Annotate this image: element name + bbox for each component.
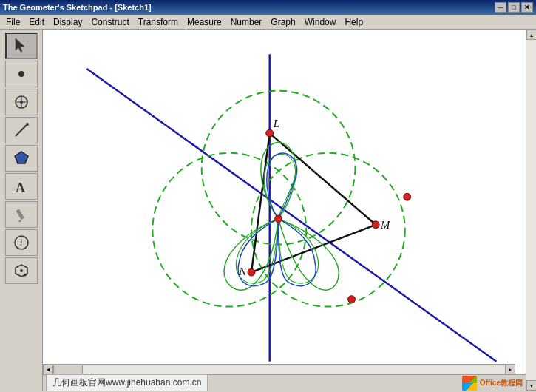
svg-point-29 (348, 296, 356, 303)
hscroll-thumb[interactable] (53, 365, 83, 374)
point-icon (13, 65, 30, 83)
menu-item-display[interactable]: Display (49, 16, 86, 29)
svg-marker-9 (15, 152, 28, 163)
point-tool[interactable] (5, 61, 38, 87)
menu-item-measure[interactable]: Measure (183, 16, 226, 29)
marker-icon (13, 206, 30, 223)
select-tool[interactable] (5, 33, 38, 59)
toolbar: A i ▸ (0, 30, 43, 391)
canvas-area[interactable]: L M N ◂ ▸ 几何画板官网www.jihehuaban.com.cn Of… (43, 30, 526, 391)
close-button[interactable]: ✕ (521, 2, 533, 13)
menubar: FileEditDisplayConstructTransformMeasure… (0, 15, 536, 30)
vertical-scrollbar[interactable]: ▴ ▾ (526, 30, 536, 391)
titlebar: The Geometer's Sketchpad - [Sketch1] ─ □… (0, 0, 536, 15)
office-site-label: Office教程网 (480, 378, 523, 388)
menu-item-window[interactable]: Window (300, 16, 341, 29)
line-tool[interactable] (5, 117, 38, 143)
info-tool[interactable]: i (5, 229, 38, 256)
polygon-icon (13, 149, 30, 167)
menu-item-construct[interactable]: Construct (86, 16, 133, 29)
menu-item-graph[interactable]: Graph (266, 16, 299, 29)
custom-icon: ▸ (13, 262, 30, 280)
vscroll-track (526, 40, 536, 380)
svg-point-25 (266, 129, 274, 137)
menu-item-edit[interactable]: Edit (24, 16, 49, 29)
compass-icon (13, 93, 30, 111)
marker-tool[interactable] (5, 201, 38, 228)
arrow-icon (13, 37, 30, 55)
hscroll-left-button[interactable]: ◂ (43, 365, 53, 375)
svg-point-6 (20, 101, 23, 104)
vscroll-down-button[interactable]: ▾ (526, 380, 536, 391)
svg-point-8 (26, 123, 29, 126)
svg-point-27 (372, 221, 379, 229)
minimize-button[interactable]: ─ (495, 2, 506, 13)
geometry-canvas: L M N (43, 30, 526, 391)
maximize-button[interactable]: □ (508, 2, 520, 13)
svg-point-28 (404, 193, 411, 200)
office-logo-icon (462, 376, 477, 391)
svg-point-16 (20, 269, 23, 272)
menu-item-file[interactable]: File (1, 16, 24, 29)
custom-tool[interactable]: ▸ (5, 257, 38, 284)
info-icon: i (13, 234, 30, 251)
svg-text:▸: ▸ (24, 271, 27, 278)
svg-text:A: A (16, 180, 25, 195)
svg-point-2 (18, 71, 24, 77)
svg-point-26 (248, 268, 255, 276)
menu-item-transform[interactable]: Transform (134, 16, 183, 29)
horizontal-scrollbar[interactable]: ◂ ▸ (43, 364, 515, 374)
svg-text:L: L (273, 118, 279, 129)
vscroll-up-button[interactable]: ▴ (526, 30, 536, 40)
window-controls: ─ □ ✕ (495, 2, 533, 13)
main-layout: A i ▸ (0, 30, 536, 391)
svg-text:N: N (238, 266, 247, 277)
svg-text:i: i (20, 237, 22, 248)
menu-item-help[interactable]: Help (340, 16, 367, 29)
hscroll-right-button[interactable]: ▸ (505, 365, 515, 375)
hscroll-track (53, 365, 505, 374)
polygon-tool[interactable] (5, 145, 38, 172)
svg-point-20 (152, 153, 306, 307)
title-text: The Geometer's Sketchpad - [Sketch1] (3, 3, 152, 12)
svg-point-24 (275, 215, 282, 223)
svg-rect-11 (16, 209, 24, 220)
statusbar: 几何画板官网www.jihehuaban.com.cn Office教程网 (43, 374, 526, 391)
text-icon: A (13, 178, 30, 195)
line-icon (13, 121, 30, 139)
svg-line-18 (86, 69, 496, 362)
compass-tool[interactable] (5, 89, 38, 115)
text-tool[interactable]: A (5, 173, 38, 200)
svg-marker-12 (18, 220, 21, 223)
menu-item-number[interactable]: Number (226, 16, 267, 29)
svg-line-7 (16, 124, 27, 136)
watermark-text: 几何画板官网www.jihehuaban.com.cn (46, 374, 208, 391)
svg-marker-0 (16, 38, 24, 52)
svg-text:M: M (380, 219, 391, 231)
